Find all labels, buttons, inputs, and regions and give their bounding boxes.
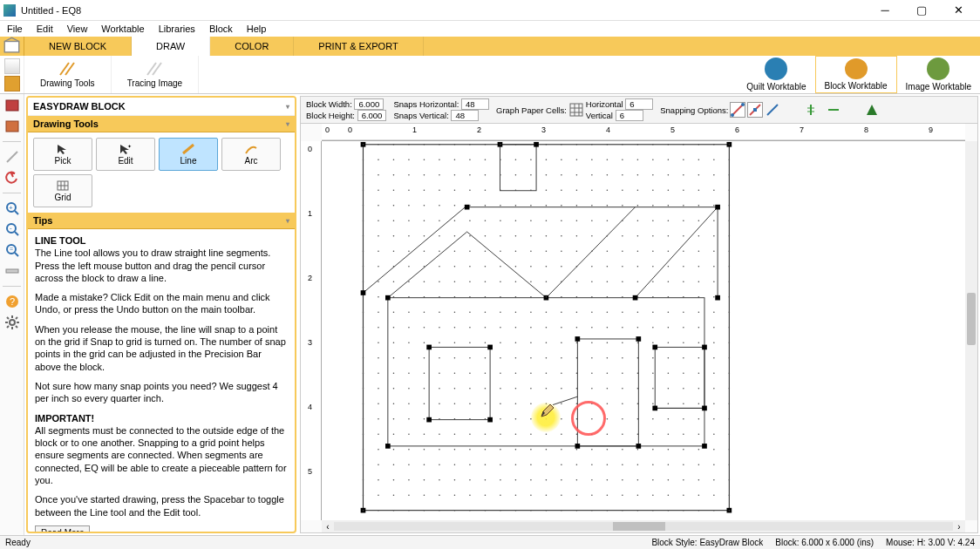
new-icon[interactable]: [4, 58, 20, 74]
tab-new-block[interactable]: NEW BLOCK: [24, 37, 132, 56]
gp-h-input[interactable]: 6: [625, 98, 653, 110]
panel-collapse-icon[interactable]: ▾: [286, 103, 289, 111]
svg-point-709: [729, 372, 731, 374]
ribbon-tracing-image[interactable]: Tracing Image: [112, 56, 200, 93]
svg-point-354: [515, 296, 517, 298]
svg-point-490: [591, 464, 593, 465]
ribbon-quilt-worktable[interactable]: Quilt Worktable: [738, 56, 814, 93]
open-icon[interactable]: [4, 76, 20, 92]
tips-heading[interactable]: Tips ▾: [28, 213, 295, 229]
svg-point-209: [424, 372, 425, 374]
tool-grid[interactable]: Grid: [33, 174, 92, 207]
svg-point-699: [729, 220, 731, 221]
center-h-icon[interactable]: [803, 102, 819, 118]
home-icon[interactable]: [0, 37, 24, 56]
svg-point-616: [668, 479, 670, 481]
svg-point-664: [698, 449, 700, 451]
close-button[interactable]: ✕: [940, 0, 977, 21]
svg-point-585: [652, 388, 654, 390]
block-height-input[interactable]: 6.000: [357, 110, 387, 121]
svg-point-143: [378, 510, 379, 512]
maximize-button[interactable]: ▢: [903, 0, 940, 21]
svg-point-651: [698, 250, 700, 252]
tab-color[interactable]: COLOR: [210, 37, 294, 56]
scroll-left-icon[interactable]: ‹: [322, 520, 334, 532]
ribbon-image-worktable[interactable]: Image Worktable: [897, 56, 980, 93]
svg-point-390: [530, 464, 532, 465]
svg-point-520: [622, 159, 623, 161]
v-scrollbar[interactable]: [965, 141, 977, 520]
menu-block[interactable]: Block: [206, 24, 236, 34]
snap-node-icon[interactable]: [747, 102, 763, 118]
tab-draw[interactable]: DRAW: [132, 37, 210, 56]
menu-edit[interactable]: Edit: [33, 24, 57, 34]
block-width-input[interactable]: 6.000: [354, 98, 384, 110]
svg-point-510: [607, 388, 609, 390]
zoom-fit-icon[interactable]: =: [4, 242, 20, 258]
menu-libraries[interactable]: Libraries: [155, 24, 199, 34]
svg-point-698: [729, 205, 731, 207]
drawing-tools-heading[interactable]: Drawing Tools ▾: [28, 116, 295, 132]
svg-point-535: [622, 388, 623, 390]
menu-help[interactable]: Help: [243, 24, 270, 34]
snaps-h-input[interactable]: 48: [461, 98, 489, 110]
svg-point-591: [652, 479, 654, 481]
svg-point-697: [729, 190, 731, 192]
svg-rect-72: [534, 142, 539, 147]
image-worktable-icon: [927, 58, 949, 80]
svg-point-187: [408, 418, 410, 420]
svg-point-258: [454, 357, 456, 359]
svg-point-484: [591, 372, 593, 374]
graph-paper-icon[interactable]: [568, 102, 584, 118]
svg-point-226: [439, 250, 440, 252]
zoom-in-icon[interactable]: +: [4, 200, 20, 216]
svg-point-168: [393, 510, 395, 512]
svg-line-25: [7, 317, 9, 319]
help-icon[interactable]: ?: [4, 294, 20, 309]
read-more-button[interactable]: Read More: [35, 525, 90, 532]
zoom-out-icon[interactable]: -: [4, 221, 20, 237]
svg-point-406: [546, 327, 548, 329]
undo-icon[interactable]: [4, 170, 20, 186]
tool-pick[interactable]: Pick: [33, 138, 92, 171]
menu-view[interactable]: View: [64, 24, 92, 34]
drawing-canvas[interactable]: [322, 141, 965, 520]
svg-point-205: [424, 311, 425, 313]
settings-icon[interactable]: [4, 315, 20, 330]
ribbon-block-worktable[interactable]: Block Worktable: [815, 56, 897, 93]
snaps-v-input[interactable]: 48: [451, 110, 479, 121]
snap-grid-icon[interactable]: [730, 102, 745, 118]
svg-point-309: [485, 372, 487, 374]
library-icon[interactable]: [4, 98, 20, 113]
svg-point-279: [469, 296, 471, 298]
svg-point-637: [683, 418, 684, 420]
tab-print-export[interactable]: PRINT & EXPORT: [294, 37, 423, 56]
svg-rect-88: [575, 444, 581, 449]
svg-point-269: [469, 144, 471, 146]
svg-point-203: [424, 281, 425, 282]
pencil-tool-icon[interactable]: [4, 149, 20, 165]
svg-point-342: [500, 494, 501, 496]
h-scrollbar[interactable]: ‹ ›: [322, 520, 965, 532]
left-panel: EASYDRAW BLOCK ▾ Drawing Tools ▾ Pick ✦ …: [26, 96, 296, 533]
svg-point-372: [530, 190, 532, 192]
svg-point-614: [668, 449, 670, 451]
snap-line-icon[interactable]: [765, 102, 780, 118]
tool-arc[interactable]: Arc: [221, 138, 281, 171]
menu-worktable[interactable]: Worktable: [98, 24, 147, 34]
svg-point-315: [485, 464, 487, 465]
svg-point-467: [576, 494, 578, 496]
tool-edit[interactable]: ✦ Edit: [96, 138, 155, 171]
tool-line[interactable]: Line: [159, 138, 218, 171]
gp-v-input[interactable]: 6: [616, 110, 643, 121]
svg-point-127: [378, 266, 379, 268]
measure-icon[interactable]: [4, 263, 20, 279]
menu-file[interactable]: File: [3, 24, 26, 34]
minimize-button[interactable]: ─: [867, 0, 903, 21]
ribbon-drawing-tools[interactable]: Drawing Tools: [24, 56, 112, 93]
sketchbook-icon[interactable]: [4, 119, 20, 134]
scroll-right-icon[interactable]: ›: [953, 520, 965, 532]
center-v-icon[interactable]: [826, 102, 841, 118]
svg-point-453: [576, 281, 578, 282]
tree-icon[interactable]: [864, 102, 880, 118]
